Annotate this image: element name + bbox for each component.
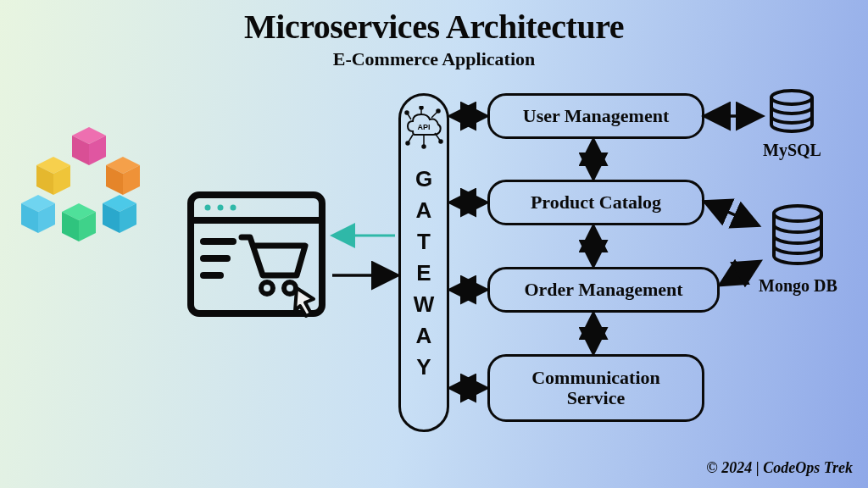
database-icon — [768, 203, 827, 271]
svg-point-22 — [231, 205, 236, 211]
svg-point-38 — [422, 145, 426, 148]
svg-point-40 — [439, 140, 442, 143]
diagram-title: Microservices Architecture — [0, 0, 868, 47]
svg-point-20 — [205, 205, 211, 211]
svg-line-53 — [707, 202, 756, 225]
gateway-letter: Y — [416, 354, 431, 380]
svg-line-54 — [722, 263, 758, 284]
service-product-catalog: Product Catalog — [487, 180, 704, 225]
database-label: MySQL — [763, 141, 821, 160]
service-communication: Communication Service — [487, 354, 704, 422]
svg-point-36 — [406, 141, 409, 145]
gateway-letter: A — [416, 323, 432, 349]
service-order-management: Order Management — [487, 267, 720, 313]
ecommerce-browser-icon — [186, 191, 331, 322]
gateway-label: G A T E W A Y — [414, 166, 435, 380]
gateway-letter: E — [416, 260, 431, 286]
service-user-management: User Management — [487, 93, 704, 139]
svg-point-42 — [774, 206, 821, 221]
cubes-icon — [21, 119, 157, 254]
api-label: API — [417, 123, 430, 131]
database-mysql: MySQL — [763, 89, 821, 160]
gateway-letter: W — [414, 291, 435, 318]
database-label: Mongo DB — [759, 276, 837, 296]
svg-point-32 — [420, 106, 423, 109]
api-cloud-icon: API — [403, 106, 445, 152]
svg-point-41 — [771, 91, 812, 104]
svg-point-26 — [261, 282, 273, 294]
gateway-letter: T — [417, 229, 431, 255]
gateway-letter: A — [416, 197, 432, 224]
svg-point-30 — [405, 111, 409, 114]
database-icon — [766, 89, 817, 136]
api-gateway: API G A T E W A Y — [398, 93, 449, 432]
svg-point-27 — [284, 282, 296, 294]
gateway-letter: G — [415, 166, 432, 192]
diagram-subtitle: E-Commerce Application — [0, 48, 868, 70]
svg-point-34 — [437, 109, 440, 113]
svg-point-21 — [218, 205, 224, 211]
footer-credit: © 2024 | CodeOps Trek — [706, 459, 853, 477]
database-mongodb: Mongo DB — [759, 203, 837, 296]
